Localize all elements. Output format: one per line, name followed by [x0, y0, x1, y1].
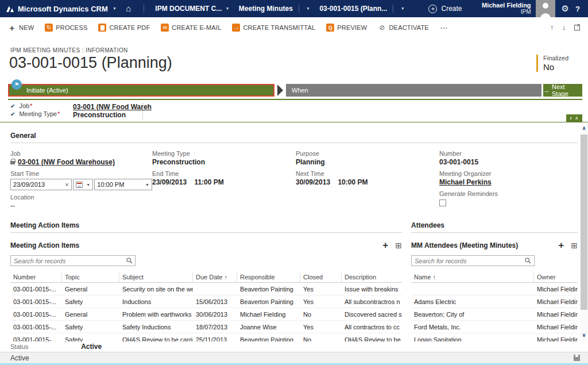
- table-cell: Safety Inductions: [119, 321, 193, 333]
- scroll-down-icon[interactable]: [580, 331, 588, 339]
- chevron-down-icon[interactable]: ▾: [307, 6, 310, 11]
- table-row[interactable]: 03-001-0015-...SafetyOH&S Review to be c…: [10, 333, 402, 341]
- stage-initiate[interactable]: Initiate (Active): [8, 84, 274, 97]
- table-cell: Problem with earthworks: [119, 308, 193, 320]
- brand[interactable]: Microsoft Dynamics CRM ▾: [6, 5, 115, 13]
- pdf-document-icon: [98, 24, 106, 32]
- table-cell: No: [300, 308, 342, 320]
- table-row[interactable]: 03-001-0015-...GeneralProblem with earth…: [10, 308, 402, 321]
- dynamics-logo-icon: [6, 5, 14, 13]
- next-time-value[interactable]: 10:00 PM: [338, 178, 368, 186]
- chevron-down-icon[interactable]: ▾: [226, 6, 229, 11]
- collapse-process-tab[interactable]: [566, 114, 582, 122]
- button-label: DEACTIVATE: [389, 24, 428, 31]
- column-header[interactable]: Number: [10, 271, 62, 282]
- column-header[interactable]: Subject: [119, 271, 193, 282]
- column-header[interactable]: Topic: [62, 271, 119, 282]
- create-email-button[interactable]: CREATE E-MAIL: [161, 24, 221, 32]
- home-icon[interactable]: ⌂: [126, 1, 131, 17]
- table-cell: General: [62, 283, 119, 295]
- location-value[interactable]: --: [10, 201, 152, 210]
- column-header[interactable]: Due Date ↑: [193, 271, 237, 282]
- chevron-down-icon[interactable]: ▾: [401, 6, 404, 11]
- table-cell: 30/06/2013: [193, 308, 237, 320]
- table-row[interactable]: Beaverton; City ofMichael Fielding: [411, 308, 578, 321]
- create-pdf-button[interactable]: CREATE PDF: [98, 24, 150, 32]
- chevron-up-icon: [575, 116, 578, 121]
- popout-icon[interactable]: [574, 25, 580, 30]
- create-button[interactable]: + Create: [428, 5, 462, 13]
- table-cell: Michael Fielding: [237, 308, 300, 320]
- start-date-input[interactable]: 23/09/2013 ×: [10, 179, 72, 190]
- nav-item-entity[interactable]: Meeting Minutes ▾: [239, 5, 310, 13]
- process-fields-panel: Job * 03-001 (NW Food Wareh Meeting Type…: [0, 101, 588, 122]
- stage-when[interactable]: When: [286, 84, 541, 97]
- scrollbar-thumb[interactable]: [581, 135, 587, 310]
- open-grid-icon[interactable]: [395, 241, 402, 250]
- create-transmittal-button[interactable]: CREATE TRANSMITTAL: [232, 24, 315, 32]
- process-button[interactable]: PROCESS: [45, 24, 87, 32]
- organizer-link[interactable]: Michael Perkins: [439, 178, 578, 187]
- clear-icon[interactable]: ×: [65, 181, 68, 188]
- meeting-type-value[interactable]: Preconstruction: [152, 157, 296, 167]
- search-input[interactable]: [10, 255, 136, 266]
- purpose-value[interactable]: Planning: [296, 157, 439, 167]
- general-fields: Job 03-001 (NW Food Warehouse) Start Tim…: [10, 149, 578, 213]
- end-time-value[interactable]: 11:00 PM: [194, 178, 223, 186]
- column-header[interactable]: Responsible: [237, 271, 300, 282]
- end-time-field: End Time 23/09/2013 11:00 PM: [152, 170, 296, 187]
- chevron-down-icon: ▾: [114, 6, 116, 11]
- nav-item-record[interactable]: 03-001-0015 (Plann... ▾: [319, 5, 404, 13]
- new-button[interactable]: NEW: [8, 24, 34, 32]
- process-job-link[interactable]: 03-001 (NW Food Wareh: [73, 103, 152, 111]
- start-time-input[interactable]: 10:00 PM ▼: [94, 179, 152, 190]
- help-icon[interactable]: ?: [575, 5, 580, 13]
- table-row[interactable]: Michael Fielding: [411, 283, 578, 295]
- process-meeting-type-value[interactable]: Preconstruction: [73, 111, 126, 119]
- scroll-up-icon[interactable]: [580, 124, 588, 132]
- table-row[interactable]: 03-001-0015-...GeneralSecurity on site o…: [10, 283, 402, 295]
- column-header[interactable]: Owner: [534, 271, 578, 282]
- end-date-value[interactable]: 23/09/2013: [152, 178, 187, 186]
- date-picker-button[interactable]: ▼: [73, 179, 94, 190]
- process-flow-bar: Initiate (Active) When Next Stage: [8, 84, 582, 97]
- number-value[interactable]: 03-001-0015: [439, 157, 578, 167]
- next-record-icon[interactable]: ↓: [562, 24, 566, 32]
- more-commands-button[interactable]: [440, 24, 448, 32]
- table-cell: Michael Fielding: [534, 308, 578, 320]
- table-row[interactable]: Adams ElectricMichael Fielding: [411, 295, 578, 308]
- add-record-icon[interactable]: [382, 240, 388, 251]
- gear-icon[interactable]: ⚙: [562, 3, 569, 14]
- previous-record-icon[interactable]: ↑: [550, 24, 554, 32]
- column-header[interactable]: Name ↑: [411, 271, 534, 282]
- job-link[interactable]: 03-001 (NW Food Warehouse): [18, 158, 115, 166]
- vertical-scrollbar[interactable]: [580, 123, 588, 341]
- avatar[interactable]: [536, 0, 555, 17]
- search-input[interactable]: [411, 255, 535, 266]
- table-cell: Safety: [62, 333, 119, 341]
- table-cell: All contractros to cc: [342, 321, 402, 333]
- user-menu[interactable]: Michael Fielding IPM: [482, 2, 531, 16]
- table-row[interactable]: Ford Metals, Inc.Michael Fielding: [411, 321, 578, 333]
- magnifier-icon: [326, 24, 334, 32]
- button-label: PREVIEW: [337, 24, 367, 31]
- nav-item-area[interactable]: IPM DOCUMENT C... ▾: [155, 5, 229, 13]
- finalized-value[interactable]: No: [543, 62, 580, 72]
- footer-status: Active: [10, 354, 29, 362]
- table-row[interactable]: 03-001-0015-...SafetySafety Inductions18…: [10, 321, 402, 333]
- preview-button[interactable]: PREVIEW: [326, 24, 367, 32]
- table-row[interactable]: 03-001-0015-...SafetyInductions15/06/201…: [10, 295, 402, 308]
- table-cell: 03-001-0015-...: [10, 321, 62, 333]
- column-header[interactable]: Description: [342, 271, 402, 282]
- deactivate-button[interactable]: DEACTIVATE: [378, 24, 428, 32]
- process-field-label: Job: [19, 102, 29, 109]
- nav-separator: [393, 5, 393, 13]
- open-grid-icon[interactable]: [571, 241, 578, 250]
- next-stage-button[interactable]: Next Stage: [543, 84, 582, 97]
- column-header[interactable]: Closed: [300, 271, 342, 282]
- save-icon[interactable]: [574, 355, 580, 361]
- next-date-value[interactable]: 30/09/2013: [296, 178, 330, 186]
- add-record-icon[interactable]: [558, 240, 564, 251]
- generate-reminders-checkbox[interactable]: [439, 199, 446, 206]
- table-row[interactable]: Logan SanitationMichael Fielding: [411, 333, 578, 341]
